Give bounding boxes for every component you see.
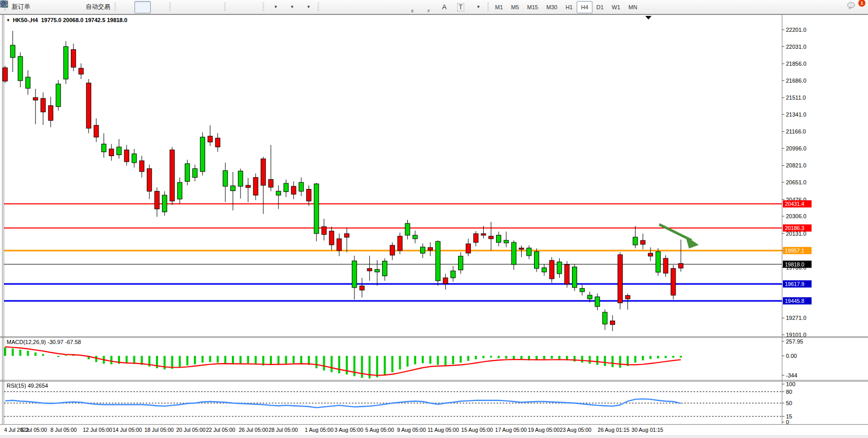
price-badge-label: 20431.4: [785, 201, 804, 207]
macd-tick-label: 0.00: [786, 353, 797, 359]
candle: [284, 179, 288, 197]
time-axis-label: 28 Jul 05:00: [268, 427, 298, 433]
candle: [109, 144, 114, 161]
candle: [3, 66, 8, 83]
price-badge-label: 19617.9: [785, 281, 804, 287]
trend-arrow-head: [685, 236, 699, 249]
candle: [474, 231, 478, 246]
time-axis-label: 23 Aug 05:00: [560, 427, 591, 433]
rsi-tick-label: 0: [786, 419, 789, 425]
price-tick-label: 22031.0: [786, 44, 806, 50]
time-axis-label: 30 Aug 01:15: [632, 427, 663, 433]
candle: [580, 284, 584, 295]
price-tick-label: 21856.0: [786, 61, 806, 67]
price-tick-label: 19271.0: [786, 315, 806, 321]
time-axis-label: 12 Jul 05:00: [83, 427, 112, 433]
price-badge-label: 19957.1: [785, 247, 804, 254]
candle: [185, 160, 190, 185]
candle: [504, 232, 508, 247]
rsi-indicator-label: RSI(15) 49.2654: [7, 383, 48, 389]
time-axis-label: 15 Aug 05:00: [461, 427, 493, 433]
candle: [549, 257, 554, 283]
time-axis-label: 26 Aug 01:15: [598, 427, 629, 433]
candle: [497, 232, 501, 246]
candle: [140, 156, 144, 177]
candle: [200, 132, 205, 175]
candle: [610, 315, 615, 331]
time-axis-label: 20 Jul 05:00: [176, 427, 205, 433]
time-axis-label: 17 Aug 05:00: [495, 427, 527, 433]
candle: [573, 264, 577, 291]
time-axis-label: 14 Jul 05:00: [112, 427, 142, 433]
chart-title[interactable]: ▼HK50-,H4 19775.0 20068.0 19742.5 19818.…: [6, 17, 127, 23]
candle: [155, 187, 160, 217]
candle: [618, 252, 622, 309]
time-axis-label: 6 Jul 05:00: [21, 427, 47, 433]
candle: [314, 183, 319, 241]
candle: [56, 80, 61, 110]
price-tick-label: 20821.0: [786, 162, 806, 168]
candle: [79, 63, 84, 79]
candle: [565, 261, 569, 288]
time-axis-label: 3 Aug 05:00: [334, 427, 363, 433]
macd-indicator-label: MACD(12,26,9) -30.97 -67.58: [7, 339, 81, 345]
candle: [231, 172, 235, 211]
macd-tick-label: -344: [786, 372, 797, 378]
price-tick-label: 21341.0: [786, 111, 806, 118]
candle: [18, 52, 23, 87]
time-axis-label: 18 Jul 05:00: [144, 427, 173, 433]
candle: [261, 157, 266, 214]
candle: [132, 149, 136, 167]
candle: [291, 181, 296, 199]
candle: [648, 247, 653, 261]
candle: [124, 145, 129, 165]
candle: [383, 258, 387, 281]
time-axis-label: 8 Jul 05:00: [50, 427, 77, 433]
candle: [459, 252, 463, 274]
candle: [345, 227, 349, 252]
candle: [367, 256, 372, 281]
candle: [595, 294, 600, 311]
time-axis-label: 19 Aug 05:00: [528, 427, 560, 433]
macd-signal-line: [5, 347, 681, 375]
price-tick-label: 21511.0: [786, 94, 806, 101]
chart-shift-marker: [645, 16, 652, 20]
time-axis-label: 26 Jul 05:00: [239, 427, 268, 433]
candle: [337, 234, 342, 256]
price-badge-label: 19445.8: [785, 298, 804, 304]
candle: [451, 266, 456, 282]
rsi-tick-label: 50: [786, 400, 792, 406]
price-tick-label: 21686.0: [786, 78, 806, 84]
candle: [557, 258, 562, 278]
candle: [428, 242, 432, 256]
time-axis-label: 11 Aug 05:00: [427, 427, 459, 433]
candle: [352, 256, 357, 299]
candle: [527, 245, 531, 259]
candle: [489, 222, 494, 251]
candle: [466, 239, 470, 256]
candle: [511, 240, 516, 270]
candle: [375, 260, 380, 286]
candle: [253, 174, 258, 200]
time-axis-label: 22 Jul 05:00: [206, 427, 235, 433]
candle: [535, 249, 539, 272]
candle: [633, 226, 638, 248]
candle: [26, 70, 30, 95]
time-axis-label: 1 Aug 05:00: [305, 427, 333, 433]
candle: [193, 165, 198, 182]
macd-tick-label: 257.95: [786, 338, 803, 345]
trading-terminal-window: 新订单 自动交易: [0, 0, 868, 438]
candle: [215, 133, 220, 151]
candle: [641, 234, 645, 250]
candle: [443, 274, 448, 290]
candle: [322, 219, 326, 240]
time-axis-label: 9 Aug 05:00: [397, 427, 426, 433]
candle: [147, 165, 152, 199]
candle: [360, 278, 364, 297]
candle: [94, 119, 98, 142]
candle: [86, 79, 91, 133]
chart-dropdown-icon: ▼: [6, 18, 10, 23]
rsi-tick-label: 100: [786, 381, 795, 387]
price-badge-label: 19818.0: [785, 261, 804, 268]
candle: [405, 220, 410, 239]
